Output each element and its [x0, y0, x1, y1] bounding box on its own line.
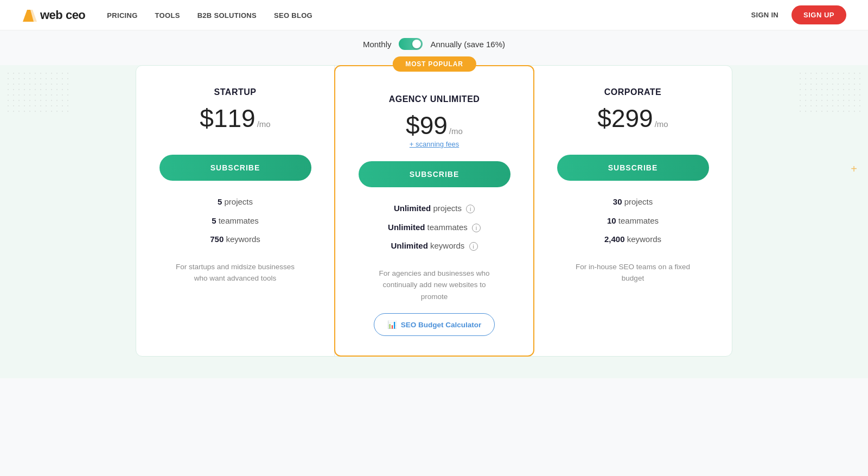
nav-right: SIGN IN SIGN UP	[751, 5, 846, 24]
seo-budget-calculator-button[interactable]: 📊 SEO Budget Calculator	[374, 313, 495, 336]
startup-projects-count: 5	[218, 197, 222, 206]
corporate-teammates-label: teammates	[618, 216, 659, 225]
agency-projects-label: projects	[433, 204, 462, 213]
projects-info-icon[interactable]: i	[466, 205, 475, 213]
sign-up-button[interactable]: SIGN UP	[792, 5, 846, 24]
startup-price: $119	[200, 106, 255, 131]
agency-projects-count: Unlimited	[394, 204, 431, 213]
corporate-feature-projects: 30 projects	[613, 196, 653, 208]
agency-plan-name: AGENCY UNLIMITED	[389, 94, 480, 104]
teammates-info-icon[interactable]: i	[472, 224, 481, 232]
plan-card-agency: MOST POPULAR AGENCY UNLIMITED $99 /mo + …	[334, 65, 534, 357]
corporate-projects-count: 30	[613, 197, 622, 206]
agency-price-row: $99 /mo	[406, 113, 463, 138]
nav-blog[interactable]: SEO BLOG	[274, 11, 312, 20]
startup-projects-label: projects	[224, 197, 253, 206]
corporate-description: For in-house SEO teams on a fixed budget	[568, 261, 698, 284]
dot-grid-decoration	[5, 71, 71, 114]
startup-keywords-label: keywords	[226, 234, 260, 244]
startup-teammates-count: 5	[212, 216, 216, 225]
popular-badge: MOST POPULAR	[392, 56, 476, 72]
corporate-subscribe-button[interactable]: SUBSCRIBE	[557, 155, 709, 181]
corporate-feature-keywords: 2,400 keywords	[604, 233, 661, 246]
navbar: web ceo PRICING TOOLS B2B SOLUTIONS SEO …	[0, 0, 868, 30]
nav-pricing[interactable]: PRICING	[107, 11, 137, 20]
corporate-projects-label: projects	[624, 197, 653, 206]
startup-feature-projects: 5 projects	[218, 196, 253, 208]
agency-per: /mo	[449, 126, 463, 136]
agency-subscribe-button[interactable]: SUBSCRIBE	[359, 161, 510, 187]
nav-b2b[interactable]: B2B SOLUTIONS	[197, 11, 257, 20]
startup-keywords-count: 750	[210, 234, 224, 244]
monthly-label: Monthly	[363, 40, 392, 49]
toggle-thumb	[412, 40, 421, 48]
startup-description: For startups and midsize businesses who …	[170, 261, 301, 284]
page-content: + STARTUP $119 /mo SUBSCRIBE 5 projects …	[0, 65, 868, 378]
keywords-info-icon[interactable]: i	[469, 242, 478, 251]
annually-label: Annually (save 16%)	[430, 40, 505, 49]
agency-feature-keywords: Unlimited keywords i	[391, 240, 477, 252]
startup-feature-keywords: 750 keywords	[210, 233, 260, 246]
startup-feature-teammates: 5 teammates	[212, 215, 259, 227]
calculator-icon: 📊	[387, 320, 397, 329]
agency-teammates-count: Unlimited	[388, 223, 425, 232]
agency-keywords-label: keywords	[430, 241, 464, 250]
startup-subscribe-button[interactable]: SUBSCRIBE	[159, 155, 311, 181]
sign-in-link[interactable]: SIGN IN	[751, 11, 779, 19]
nav-tools[interactable]: TOOLS	[155, 11, 180, 20]
logo-text: web ceo	[40, 8, 85, 22]
corporate-feature-teammates: 10 teammates	[607, 215, 659, 227]
billing-toggle[interactable]	[399, 38, 423, 50]
agency-feature-projects: Unlimited projects i	[394, 202, 475, 215]
toggle-track[interactable]	[399, 38, 423, 50]
agency-price: $99	[406, 113, 448, 138]
startup-price-row: $119 /mo	[200, 106, 270, 131]
corporate-price-row: $299 /mo	[597, 106, 668, 131]
corporate-per: /mo	[655, 119, 668, 129]
plan-card-corporate: CORPORATE $299 /mo SUBSCRIBE 30 projects…	[534, 66, 732, 356]
plus-decoration: +	[851, 163, 857, 175]
startup-per: /mo	[257, 119, 271, 129]
agency-description: For agencies and businesses who continua…	[369, 268, 500, 303]
corporate-plan-name: CORPORATE	[604, 87, 662, 97]
budget-calc-label: SEO Budget Calculator	[401, 321, 482, 329]
logo-link[interactable]: web ceo	[22, 8, 85, 23]
corporate-price: $299	[597, 106, 653, 131]
agency-keywords-count: Unlimited	[391, 241, 427, 250]
nav-links: PRICING TOOLS B2B SOLUTIONS SEO BLOG	[107, 10, 312, 20]
agency-teammates-label: teammates	[427, 223, 468, 232]
startup-teammates-label: teammates	[219, 216, 259, 225]
startup-plan-name: STARTUP	[214, 87, 257, 97]
scanning-fees-link[interactable]: + scanning fees	[410, 140, 459, 148]
dot-grid-right-decoration	[797, 71, 863, 114]
plan-card-startup: STARTUP $119 /mo SUBSCRIBE 5 projects 5 …	[136, 66, 335, 356]
corporate-keywords-count: 2,400	[604, 234, 625, 244]
corporate-keywords-label: keywords	[627, 234, 661, 244]
pricing-container: STARTUP $119 /mo SUBSCRIBE 5 projects 5 …	[136, 65, 732, 357]
corporate-teammates-count: 10	[607, 216, 616, 225]
agency-feature-teammates: Unlimited teammates i	[388, 221, 481, 234]
